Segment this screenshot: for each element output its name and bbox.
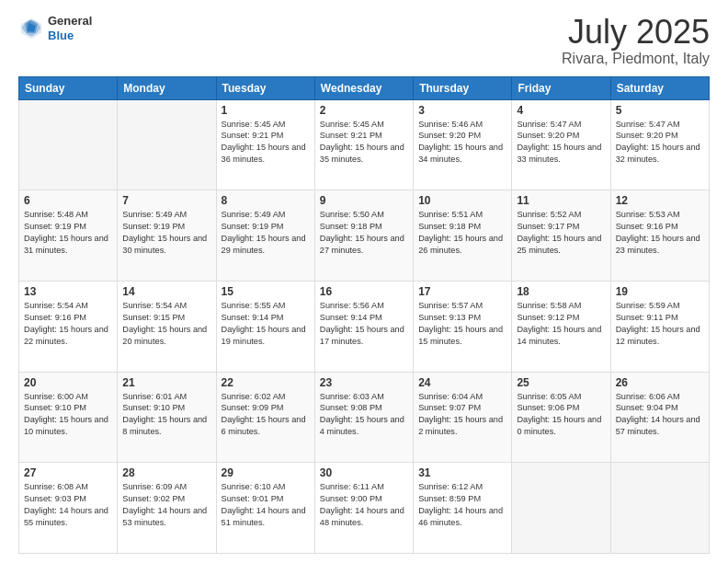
logo-blue: Blue [48, 29, 92, 43]
day-number: 8 [222, 194, 310, 207]
calendar-week-row: 27Sunrise: 6:08 AM Sunset: 9:03 PM Dayli… [19, 463, 710, 554]
calendar-cell: 25Sunrise: 6:05 AM Sunset: 9:06 PM Dayli… [512, 372, 610, 463]
calendar-week-row: 1Sunrise: 5:45 AM Sunset: 9:21 PM Daylig… [19, 99, 710, 190]
calendar-cell: 13Sunrise: 5:54 AM Sunset: 9:16 PM Dayli… [19, 281, 118, 372]
day-number: 19 [616, 285, 704, 298]
weekday-header: Saturday [610, 76, 709, 99]
day-info: Sunrise: 6:09 AM Sunset: 9:02 PM Dayligh… [122, 481, 210, 529]
day-number: 5 [616, 104, 704, 117]
weekday-header: Wednesday [314, 76, 413, 99]
day-number: 26 [616, 376, 704, 389]
day-info: Sunrise: 5:47 AM Sunset: 9:20 PM Dayligh… [517, 119, 605, 167]
day-info: Sunrise: 5:48 AM Sunset: 9:19 PM Dayligh… [24, 209, 112, 257]
day-number: 24 [418, 376, 506, 389]
calendar-cell [610, 463, 709, 554]
day-info: Sunrise: 6:06 AM Sunset: 9:04 PM Dayligh… [616, 391, 704, 439]
calendar-cell: 16Sunrise: 5:56 AM Sunset: 9:14 PM Dayli… [314, 281, 413, 372]
day-info: Sunrise: 5:55 AM Sunset: 9:14 PM Dayligh… [222, 300, 310, 348]
day-info: Sunrise: 5:49 AM Sunset: 9:19 PM Dayligh… [122, 209, 210, 257]
day-number: 15 [222, 285, 310, 298]
day-info: Sunrise: 5:52 AM Sunset: 9:17 PM Dayligh… [517, 209, 605, 257]
day-info: Sunrise: 5:53 AM Sunset: 9:16 PM Dayligh… [616, 209, 704, 257]
day-number: 7 [122, 194, 210, 207]
calendar-cell: 5Sunrise: 5:47 AM Sunset: 9:20 PM Daylig… [610, 99, 709, 190]
day-info: Sunrise: 5:45 AM Sunset: 9:21 PM Dayligh… [320, 119, 408, 167]
page: General Blue July 2025 Rivara, Piedmont,… [0, 0, 728, 563]
calendar-cell: 9Sunrise: 5:50 AM Sunset: 9:18 PM Daylig… [314, 190, 413, 282]
day-number: 17 [418, 285, 506, 298]
day-info: Sunrise: 5:54 AM Sunset: 9:16 PM Dayligh… [24, 300, 112, 348]
weekday-header: Friday [512, 76, 610, 99]
day-info: Sunrise: 5:59 AM Sunset: 9:11 PM Dayligh… [616, 300, 704, 348]
weekday-header: Sunday [19, 76, 118, 99]
day-number: 31 [418, 466, 506, 479]
day-number: 11 [517, 194, 605, 207]
calendar-cell: 11Sunrise: 5:52 AM Sunset: 9:17 PM Dayli… [512, 190, 610, 282]
day-number: 2 [320, 104, 408, 117]
calendar-cell [118, 99, 216, 190]
header: General Blue July 2025 Rivara, Piedmont,… [18, 14, 710, 67]
calendar-cell: 1Sunrise: 5:45 AM Sunset: 9:21 PM Daylig… [216, 99, 314, 190]
day-number: 10 [418, 194, 506, 207]
day-info: Sunrise: 5:58 AM Sunset: 9:12 PM Dayligh… [517, 300, 605, 348]
calendar-week-row: 6Sunrise: 5:48 AM Sunset: 9:19 PM Daylig… [19, 190, 710, 282]
calendar-cell: 14Sunrise: 5:54 AM Sunset: 9:15 PM Dayli… [118, 281, 216, 372]
weekday-header: Tuesday [216, 76, 314, 99]
calendar-cell: 2Sunrise: 5:45 AM Sunset: 9:21 PM Daylig… [314, 99, 413, 190]
day-number: 16 [320, 285, 408, 298]
subtitle: Rivara, Piedmont, Italy [562, 51, 710, 67]
day-info: Sunrise: 6:11 AM Sunset: 9:00 PM Dayligh… [320, 481, 408, 529]
day-number: 4 [517, 104, 605, 117]
logo-icon [18, 16, 44, 41]
day-info: Sunrise: 5:47 AM Sunset: 9:20 PM Dayligh… [616, 119, 704, 167]
calendar-table: SundayMondayTuesdayWednesdayThursdayFrid… [18, 76, 710, 554]
day-info: Sunrise: 6:04 AM Sunset: 9:07 PM Dayligh… [418, 391, 506, 439]
calendar-cell: 21Sunrise: 6:01 AM Sunset: 9:10 PM Dayli… [118, 372, 216, 463]
calendar-week-row: 13Sunrise: 5:54 AM Sunset: 9:16 PM Dayli… [19, 281, 710, 372]
calendar-cell [19, 99, 118, 190]
day-number: 6 [24, 194, 112, 207]
day-info: Sunrise: 6:02 AM Sunset: 9:09 PM Dayligh… [222, 391, 310, 439]
calendar-cell: 22Sunrise: 6:02 AM Sunset: 9:09 PM Dayli… [216, 372, 314, 463]
day-number: 30 [320, 466, 408, 479]
day-number: 28 [122, 466, 210, 479]
day-number: 18 [517, 285, 605, 298]
calendar-cell: 26Sunrise: 6:06 AM Sunset: 9:04 PM Dayli… [610, 372, 709, 463]
logo-text: General Blue [48, 14, 92, 42]
day-number: 27 [24, 466, 112, 479]
calendar-cell [512, 463, 610, 554]
calendar-cell: 6Sunrise: 5:48 AM Sunset: 9:19 PM Daylig… [19, 190, 118, 282]
calendar-cell: 29Sunrise: 6:10 AM Sunset: 9:01 PM Dayli… [216, 463, 314, 554]
day-info: Sunrise: 6:08 AM Sunset: 9:03 PM Dayligh… [24, 481, 112, 529]
weekday-row: SundayMondayTuesdayWednesdayThursdayFrid… [19, 76, 710, 99]
day-number: 1 [222, 104, 310, 117]
day-info: Sunrise: 6:03 AM Sunset: 9:08 PM Dayligh… [320, 391, 408, 439]
calendar-cell: 19Sunrise: 5:59 AM Sunset: 9:11 PM Dayli… [610, 281, 709, 372]
calendar-cell: 30Sunrise: 6:11 AM Sunset: 9:00 PM Dayli… [314, 463, 413, 554]
calendar-week-row: 20Sunrise: 6:00 AM Sunset: 9:10 PM Dayli… [19, 372, 710, 463]
logo: General Blue [18, 14, 92, 42]
day-number: 9 [320, 194, 408, 207]
day-info: Sunrise: 5:45 AM Sunset: 9:21 PM Dayligh… [222, 119, 310, 167]
calendar-header: SundayMondayTuesdayWednesdayThursdayFrid… [19, 76, 710, 99]
day-number: 20 [24, 376, 112, 389]
logo-general: General [48, 14, 92, 29]
day-info: Sunrise: 5:54 AM Sunset: 9:15 PM Dayligh… [122, 300, 210, 348]
calendar-cell: 10Sunrise: 5:51 AM Sunset: 9:18 PM Dayli… [414, 190, 512, 282]
calendar-cell: 3Sunrise: 5:46 AM Sunset: 9:20 PM Daylig… [414, 99, 512, 190]
title-block: July 2025 Rivara, Piedmont, Italy [562, 14, 710, 67]
day-info: Sunrise: 5:49 AM Sunset: 9:19 PM Dayligh… [222, 209, 310, 257]
calendar-cell: 20Sunrise: 6:00 AM Sunset: 9:10 PM Dayli… [19, 372, 118, 463]
day-info: Sunrise: 6:00 AM Sunset: 9:10 PM Dayligh… [24, 391, 112, 439]
day-number: 3 [418, 104, 506, 117]
day-number: 21 [122, 376, 210, 389]
weekday-header: Monday [118, 76, 216, 99]
weekday-header: Thursday [414, 76, 512, 99]
day-info: Sunrise: 6:10 AM Sunset: 9:01 PM Dayligh… [222, 481, 310, 529]
calendar-cell: 23Sunrise: 6:03 AM Sunset: 9:08 PM Dayli… [314, 372, 413, 463]
day-number: 23 [320, 376, 408, 389]
calendar-cell: 17Sunrise: 5:57 AM Sunset: 9:13 PM Dayli… [414, 281, 512, 372]
calendar-cell: 28Sunrise: 6:09 AM Sunset: 9:02 PM Dayli… [118, 463, 216, 554]
day-info: Sunrise: 6:05 AM Sunset: 9:06 PM Dayligh… [517, 391, 605, 439]
calendar-body: 1Sunrise: 5:45 AM Sunset: 9:21 PM Daylig… [19, 99, 710, 553]
